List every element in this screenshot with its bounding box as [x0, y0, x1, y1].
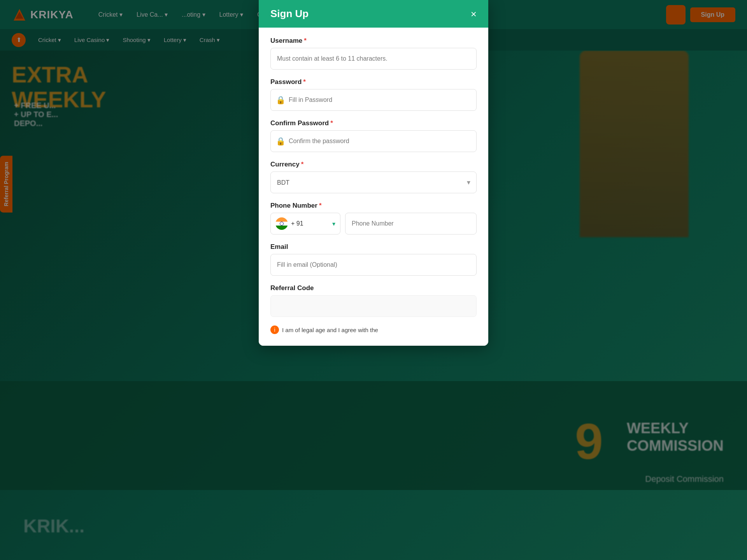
terms-icon: i [270, 326, 279, 334]
currency-select-wrapper: BDT USD EUR INR ▾ [270, 172, 477, 193]
currency-select[interactable]: BDT USD EUR INR [270, 172, 477, 193]
modal-body: Username * Password * 🔒 Confirm Password… [259, 28, 488, 346]
password-group: Password * 🔒 [270, 78, 477, 111]
username-input[interactable] [270, 48, 477, 70]
flag-white [275, 222, 288, 226]
terms-text: I am of legal age and I agree with the [282, 327, 378, 333]
confirm-password-label: Confirm Password * [270, 119, 477, 127]
phone-number-group: Phone Number * + 91 ▾ [270, 202, 477, 234]
phone-dropdown-arrow: ▾ [332, 220, 335, 228]
username-label: Username * [270, 37, 477, 45]
password-required: * [303, 78, 306, 86]
phone-number-label: Phone Number * [270, 202, 477, 210]
currency-group: Currency * BDT USD EUR INR ▾ [270, 161, 477, 193]
referral-code-group: Referral Code [270, 284, 477, 317]
password-input[interactable] [270, 89, 477, 111]
india-flag [275, 217, 288, 230]
phone-country-code: + 91 [291, 220, 329, 227]
currency-required: * [301, 161, 304, 168]
username-required: * [304, 37, 307, 45]
india-flag-svg [275, 217, 288, 230]
phone-number-input[interactable] [345, 213, 477, 234]
modal-title: Sign Up [270, 8, 309, 20]
username-group: Username * [270, 37, 477, 70]
confirm-password-input[interactable] [270, 130, 477, 152]
modal-close-button[interactable]: × [471, 9, 477, 19]
confirm-password-input-wrapper: 🔒 [270, 130, 477, 152]
ashoka-chakra [280, 222, 284, 226]
referral-code-input[interactable] [270, 295, 477, 317]
modal-header: Sign Up × [259, 0, 488, 28]
confirm-password-group: Confirm Password * 🔒 [270, 119, 477, 152]
confirm-password-lock-icon: 🔒 [276, 136, 286, 146]
password-lock-icon: 🔒 [276, 95, 286, 105]
email-group: Email [270, 243, 477, 276]
flag-green [275, 226, 288, 230]
referral-code-label: Referral Code [270, 284, 477, 292]
signup-modal: Sign Up × Username * Password * 🔒 [259, 0, 488, 346]
flag-saffron [275, 217, 288, 222]
terms-row: i I am of legal age and I agree with the [270, 326, 477, 334]
password-label: Password * [270, 78, 477, 86]
email-label: Email [270, 243, 477, 251]
phone-country-selector[interactable]: + 91 ▾ [270, 213, 340, 234]
phone-required: * [319, 202, 322, 210]
phone-row: + 91 ▾ [270, 213, 477, 234]
email-input[interactable] [270, 254, 477, 276]
password-input-wrapper: 🔒 [270, 89, 477, 111]
confirm-password-required: * [330, 119, 333, 127]
currency-label: Currency * [270, 161, 477, 168]
